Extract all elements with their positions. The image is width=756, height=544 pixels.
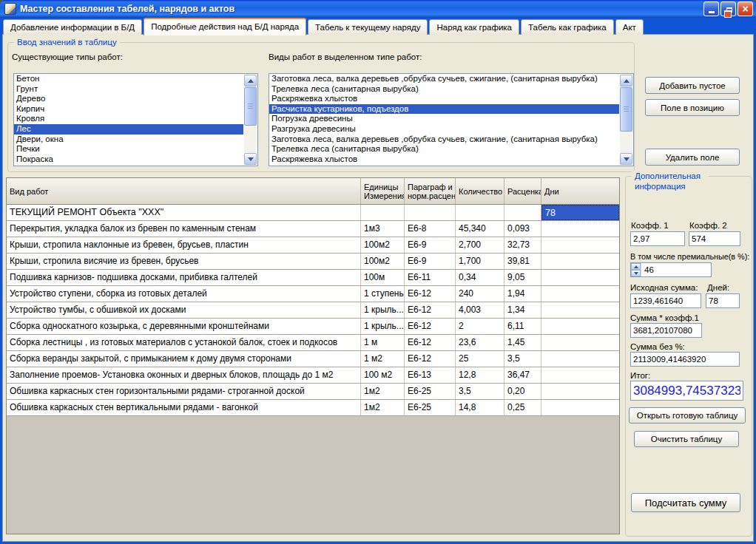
cell-quantity[interactable]: 12,8 <box>456 367 504 383</box>
cell-unit[interactable]: 100 м2 <box>361 367 405 383</box>
cell-work-name[interactable]: Обшивка каркасных стен горизонтальными р… <box>7 384 361 399</box>
calculate-sum-button[interactable]: Подсчитать сумму <box>631 493 740 512</box>
cell-rate[interactable]: 1,94 <box>504 286 541 302</box>
column-header-days[interactable]: Дни <box>541 178 619 204</box>
cell-paragraph[interactable]: Е6-12 <box>405 335 456 350</box>
sum-no-percent-input[interactable] <box>630 352 740 367</box>
work-type-item[interactable]: Дерево <box>14 94 257 104</box>
column-header-quantity[interactable]: Количество <box>456 178 504 204</box>
cell-quantity[interactable]: 240 <box>456 286 504 302</box>
work-kind-item[interactable]: Трелевка леса (санитарная вырубка) <box>269 144 633 154</box>
cell-quantity[interactable]: 2 <box>456 319 504 334</box>
minimize-button[interactable] <box>703 1 719 16</box>
work-type-item[interactable]: Двери, окна <box>14 135 257 145</box>
tab-tabel-as-graphic[interactable]: Табель как графика <box>521 19 614 35</box>
tab-naryad-as-graphic[interactable]: Наряд как графика <box>429 19 519 35</box>
cell-unit[interactable]: 100м <box>361 270 405 285</box>
cell-quantity[interactable]: 23,6 <box>456 335 504 350</box>
scroll-up-button[interactable] <box>620 75 632 86</box>
cell-rate[interactable]: 6,11 <box>504 319 541 334</box>
cell-quantity[interactable]: 4,003 <box>456 302 504 318</box>
cell-unit[interactable]: 1 крыль... <box>361 302 405 318</box>
work-types-scrollbar[interactable] <box>244 75 257 165</box>
cell-unit[interactable]: 1 крыль... <box>361 319 405 334</box>
cell-unit[interactable] <box>361 205 405 220</box>
field-to-position-button[interactable]: Поле в позицию <box>645 99 740 116</box>
cell-quantity[interactable]: 1,700 <box>456 254 504 269</box>
scrollbar-thumb[interactable] <box>620 87 632 132</box>
column-header-work-kind[interactable]: Вид работ <box>7 178 361 204</box>
cell-quantity[interactable]: 14,8 <box>456 400 504 415</box>
cell-unit[interactable]: 1 м2 <box>361 351 405 367</box>
work-type-item[interactable]: Печки <box>14 144 257 154</box>
scroll-down-button[interactable] <box>244 153 257 165</box>
tab-detailed-actions[interactable]: Подробные действия над Б/Д наряда <box>144 18 306 35</box>
scroll-down-button[interactable] <box>620 153 632 165</box>
cell-quantity[interactable]: 45,340 <box>456 221 504 237</box>
cell-unit[interactable]: 1 ступень <box>361 286 405 302</box>
cell-work-name[interactable]: Сборка односкатного козырька, с деревянн… <box>7 319 361 334</box>
cell-rate[interactable]: 1,34 <box>504 302 541 318</box>
cell-unit[interactable]: 1 м <box>361 335 405 350</box>
total-input[interactable] <box>630 381 743 401</box>
cell-days[interactable] <box>541 319 619 334</box>
cell-paragraph[interactable]: Е6-8 <box>405 221 456 237</box>
days-input[interactable] <box>706 293 740 308</box>
tab-tabel-current-naryad[interactable]: Табель к текущему наряду <box>308 19 428 35</box>
cell-unit[interactable]: 100м2 <box>361 237 405 253</box>
work-type-item[interactable]: Кровля <box>14 114 257 124</box>
work-kind-item[interactable]: Заготовка леса, валка деревьев ,обрубка … <box>269 135 633 145</box>
cell-quantity[interactable]: 2,700 <box>456 237 504 253</box>
cell-days[interactable] <box>541 286 619 302</box>
cell-days[interactable] <box>541 254 619 269</box>
cell-paragraph[interactable]: Е6-12 <box>405 319 456 334</box>
cell-paragraph[interactable]: Е6-12 <box>405 302 456 318</box>
cell-work-name[interactable]: Обшивка каркасных стен вертикальными ряд… <box>7 400 361 415</box>
work-type-item[interactable]: Покраска <box>14 154 257 165</box>
work-kinds-listbox[interactable]: Заготовка леса, валка деревьев ,обрубка … <box>269 73 634 166</box>
work-kind-item[interactable]: Раскряжевка хлыстов <box>269 94 633 104</box>
tab-add-info[interactable]: Добавление информации в Б/Д <box>3 19 142 35</box>
cell-unit[interactable]: 1м3 <box>361 221 405 237</box>
spinner-up-button[interactable] <box>631 263 641 270</box>
cell-work-name[interactable]: Сборка веранды закрытой, с примыканием к… <box>7 351 361 367</box>
column-header-rate[interactable]: Расценка <box>504 178 541 204</box>
work-types-listbox[interactable]: Бетон Грунт Дерево Кирпич Кровля Лес Две… <box>13 73 258 166</box>
tab-akt[interactable]: Акт <box>615 19 644 35</box>
cell-days[interactable] <box>541 351 619 367</box>
cell-paragraph[interactable]: Е6-11 <box>405 270 456 285</box>
cell-work-name[interactable]: Устройство ступени, сборка из готовых де… <box>7 286 361 302</box>
cell-paragraph[interactable]: Е6-25 <box>405 400 456 415</box>
cell-days[interactable] <box>541 270 619 285</box>
cell-work-name[interactable]: Устройство тумбы, с обшивкой их досками <box>7 302 361 318</box>
cell-rate[interactable]: 9,05 <box>504 270 541 285</box>
add-empty-button[interactable]: Добавить пустое <box>645 77 740 94</box>
cell-rate[interactable] <box>504 205 541 220</box>
cell-paragraph[interactable]: Е6-9 <box>405 237 456 253</box>
cell-paragraph[interactable]: Е6-9 <box>405 254 456 269</box>
koeff1-input[interactable] <box>630 231 685 246</box>
cell-work-name[interactable]: Заполнение проемов- Установка оконных и … <box>7 367 361 383</box>
cell-unit[interactable]: 1м2 <box>361 400 405 415</box>
cell-work-name[interactable]: Сборка лестницы , из готовых материалов … <box>7 335 361 350</box>
clear-table-button[interactable]: Очистить таблицу <box>634 431 739 447</box>
scroll-up-button[interactable] <box>244 75 257 86</box>
cell-work-name[interactable]: ТЕКУЩИЙ РЕМОНТ Объекта "XXX" <box>7 205 361 220</box>
work-kind-item[interactable]: Погрузка древесины <box>269 114 633 124</box>
cell-days[interactable] <box>541 400 619 415</box>
scrollbar-thumb[interactable] <box>244 87 257 126</box>
cell-unit[interactable]: 100м2 <box>361 254 405 269</box>
koeff2-input[interactable] <box>689 231 740 246</box>
cell-rate[interactable]: 39,81 <box>504 254 541 269</box>
work-type-item[interactable]: Кирпич <box>14 104 257 115</box>
work-type-item[interactable]: Грунт <box>14 84 257 95</box>
open-ready-table-button[interactable]: Открыть готовую таблицу <box>629 407 746 424</box>
cell-rate[interactable]: 1,45 <box>504 335 541 350</box>
cell-work-name[interactable]: Крыши, стропила наклонные из бревен, бру… <box>7 237 361 253</box>
work-kind-item[interactable]: Раскряжевка хлыстов <box>269 154 633 165</box>
work-kind-item[interactable]: Заготовка леса, валка деревьев ,обрубка … <box>269 74 633 84</box>
cell-days[interactable] <box>541 335 619 350</box>
cell-days[interactable] <box>541 221 619 237</box>
cell-paragraph[interactable]: Е6-13 <box>405 367 456 383</box>
maximize-button[interactable] <box>720 1 736 16</box>
